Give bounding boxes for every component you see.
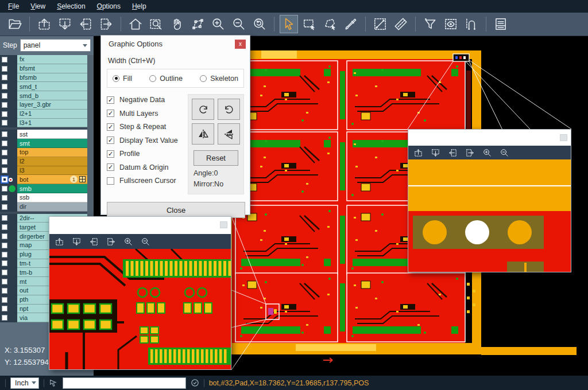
layer-row-smt[interactable]: smt <box>0 139 87 148</box>
layer-row-l2+1[interactable]: l2+1 <box>0 110 87 119</box>
radio-outline[interactable]: Outline <box>149 75 183 83</box>
snap-corner-icon[interactable] <box>49 379 58 388</box>
layer-visibility-checkbox[interactable] <box>2 102 7 108</box>
layer-visibility-checkbox[interactable] <box>2 167 7 173</box>
layer-visibility-checkbox[interactable] <box>2 215 7 221</box>
layer-visibility-checkbox[interactable] <box>2 260 7 266</box>
checkbox-profile[interactable]: ✓Profile <box>107 150 185 158</box>
layer-name[interactable]: dir <box>17 202 87 212</box>
layer-visibility-checkbox[interactable] <box>2 186 7 192</box>
command-input[interactable] <box>63 377 186 389</box>
layer-visibility-checkbox[interactable] <box>2 315 7 321</box>
layer-name[interactable]: ssb <box>17 193 87 202</box>
layer-row-sst[interactable]: sst <box>0 130 87 139</box>
layer-row-bfsmt[interactable]: bfsmt <box>0 64 87 73</box>
pan-up-button[interactable] <box>412 147 424 158</box>
preview-title-bar[interactable] <box>49 217 231 234</box>
layer-row-l3[interactable]: l3 <box>0 166 87 176</box>
pan-down-button[interactable] <box>430 147 441 158</box>
dialog-title-bar[interactable]: Graphic Options x <box>101 36 250 52</box>
menu-item-selection[interactable]: Selection <box>51 1 91 12</box>
layer-row-top[interactable]: top <box>0 148 87 157</box>
pan-up-button[interactable] <box>53 236 65 247</box>
pan-right-button[interactable] <box>105 236 117 247</box>
menu-item-options[interactable]: Options <box>91 1 126 12</box>
layer-row-bfsmb[interactable]: bfsmb <box>0 73 87 83</box>
layer-name[interactable]: fx <box>17 55 87 64</box>
select-tool-button[interactable] <box>280 15 298 33</box>
window-button[interactable] <box>560 134 567 141</box>
layer-visibility-checkbox[interactable] <box>2 75 7 80</box>
reset-button[interactable]: Reset <box>194 150 238 166</box>
layer-row-dir[interactable]: dir <box>0 202 87 212</box>
mirror-horizontal-button[interactable] <box>192 123 214 145</box>
layer-visibility-checkbox[interactable] <box>2 131 7 137</box>
preview-content[interactable] <box>49 249 231 369</box>
zoom-out-button[interactable] <box>230 15 248 33</box>
radio-fill[interactable]: Fill <box>113 75 132 83</box>
layer-visibility-checkbox[interactable] <box>2 224 7 230</box>
pan-right-button[interactable] <box>464 147 475 158</box>
highlight-net-button[interactable] <box>462 15 481 33</box>
checkbox-multi-layers[interactable]: ✓Multi Layers <box>107 110 185 118</box>
layer-row-l3+1[interactable]: l3+1 <box>0 119 87 128</box>
layer-visibility-checkbox[interactable] <box>2 177 7 182</box>
mirror-vertical-button[interactable] <box>218 123 240 145</box>
checkbox-datum-origin[interactable]: ✓Datum & Origin <box>107 163 185 171</box>
select-polygon-button[interactable] <box>321 15 339 33</box>
layer-visibility-checkbox[interactable] <box>2 57 7 63</box>
layer-visibility-checkbox[interactable] <box>2 159 7 165</box>
layer-row-bot[interactable]: bot1 <box>0 175 87 184</box>
layer-visibility-checkbox[interactable] <box>2 84 7 89</box>
close-button[interactable]: Close <box>107 202 245 218</box>
step-select[interactable]: panel <box>20 39 91 52</box>
checkbox-display-text-value[interactable]: ✓Display Text Value <box>107 136 185 145</box>
pan-hand-button[interactable] <box>168 15 186 33</box>
checkbox-negative-data[interactable]: ✓Negative Data <box>107 96 185 104</box>
layer-name[interactable]: smb <box>17 184 87 193</box>
preview-content[interactable] <box>408 159 571 272</box>
layer-row-smd_b[interactable]: smd_b <box>0 91 87 100</box>
rotate-cw-button[interactable] <box>192 99 214 120</box>
pan-down-button[interactable] <box>71 236 82 247</box>
sync-icon[interactable] <box>191 379 199 387</box>
layer-row-smd_t[interactable]: smd_t <box>0 82 87 91</box>
layer-visibility-checkbox[interactable] <box>2 306 7 311</box>
checkbox-fullscreen-cursor[interactable]: Fullscreen Cursor <box>107 177 185 185</box>
layer-name[interactable]: l2+1 <box>17 110 87 119</box>
unit-select[interactable]: Inch <box>10 377 39 389</box>
measure-ruler-button[interactable] <box>392 15 410 33</box>
close-icon[interactable]: x <box>235 40 246 49</box>
layer-name[interactable]: sst <box>17 130 87 139</box>
layer-visibility-checkbox[interactable] <box>2 270 7 275</box>
menu-item-file[interactable]: File <box>2 1 25 12</box>
layer-name[interactable]: l3 <box>17 166 87 176</box>
window-button[interactable] <box>220 221 227 228</box>
zoom-in-button[interactable] <box>481 147 493 158</box>
layer-row-smb[interactable]: smb <box>0 184 87 193</box>
menu-item-view[interactable]: View <box>25 1 51 12</box>
pan-down-button[interactable] <box>56 15 74 33</box>
report-list-button[interactable] <box>492 15 510 33</box>
layer-visibility-checkbox[interactable] <box>2 141 7 146</box>
checkbox-step-repeat[interactable]: ✓Step & Repeat <box>107 123 185 131</box>
layer-name[interactable]: l3+1 <box>17 119 87 128</box>
zoom-window-button[interactable] <box>147 15 165 33</box>
layer-visibility-checkbox[interactable] <box>2 243 7 248</box>
brush-tool-button[interactable] <box>342 15 360 33</box>
layer-name[interactable]: smd_b <box>17 91 87 100</box>
pan-left-button[interactable] <box>76 15 95 33</box>
pan-left-button[interactable] <box>88 236 99 247</box>
zoom-out-button[interactable] <box>498 147 510 158</box>
menu-item-help[interactable]: Help <box>126 1 152 12</box>
layer-visibility-checkbox[interactable] <box>2 150 7 155</box>
layer-visibility-checkbox[interactable] <box>2 120 7 126</box>
layer-visibility-checkbox[interactable] <box>2 288 7 294</box>
pan-left-button[interactable] <box>447 147 458 158</box>
layer-visibility-checkbox[interactable] <box>2 111 7 117</box>
layer-visibility-checkbox[interactable] <box>2 195 7 201</box>
pan-up-button[interactable] <box>35 15 53 33</box>
rotate-ccw-button[interactable] <box>218 99 240 120</box>
layer-visibility-checkbox[interactable] <box>2 297 7 303</box>
zoom-home-button[interactable] <box>126 15 145 33</box>
